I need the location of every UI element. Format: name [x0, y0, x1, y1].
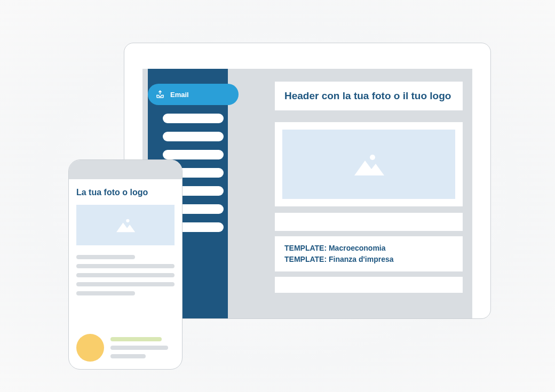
email-outbox-icon [155, 90, 165, 99]
text-line [76, 255, 135, 259]
phone-text-block [76, 255, 175, 295]
header-card[interactable]: Header con la tua foto o il tuo logo [275, 82, 463, 110]
template-card[interactable]: TEMPLATE: Macroeconomia TEMPLATE: Finanz… [275, 236, 463, 271]
email-tab-label: Email [170, 91, 189, 99]
image-placeholder [282, 130, 455, 199]
svg-point-1 [126, 219, 129, 222]
content-column: Header con la tua foto o il tuo logo [265, 69, 472, 318]
text-line-accent [110, 337, 162, 341]
footer-text [110, 337, 175, 358]
phone-frame: La tua foto o logo [68, 159, 183, 370]
phone-header-title: La tua foto o logo [76, 188, 175, 197]
text-line [110, 354, 146, 358]
email-tab[interactable]: Email [148, 84, 239, 105]
phone-image-placeholder[interactable] [76, 205, 175, 245]
content-block[interactable] [275, 213, 463, 231]
template-line: TEMPLATE: Macroeconomia [284, 243, 453, 254]
phone-footer [76, 334, 175, 362]
template-line: TEMPLATE: Finanza d'impresa [284, 254, 453, 265]
text-line [76, 282, 175, 286]
phone-status-bar [69, 160, 182, 179]
phone-header[interactable]: La tua foto o logo [69, 179, 182, 205]
text-line [76, 273, 175, 277]
text-line [76, 264, 175, 268]
text-line [76, 291, 135, 295]
desktop-viewport: Email Header con la tua foto o il tuo lo… [142, 69, 472, 318]
content-block[interactable] [275, 277, 463, 293]
image-icon [350, 151, 387, 178]
header-title: Header con la tua foto o il tuo logo [284, 89, 453, 103]
svg-point-0 [370, 155, 375, 160]
text-line [110, 346, 168, 350]
image-icon [114, 217, 137, 234]
sidebar-item[interactable] [163, 132, 224, 141]
image-card[interactable] [275, 122, 463, 206]
avatar[interactable] [76, 334, 104, 362]
sidebar-item[interactable] [163, 114, 224, 123]
sidebar-item[interactable] [163, 150, 224, 159]
